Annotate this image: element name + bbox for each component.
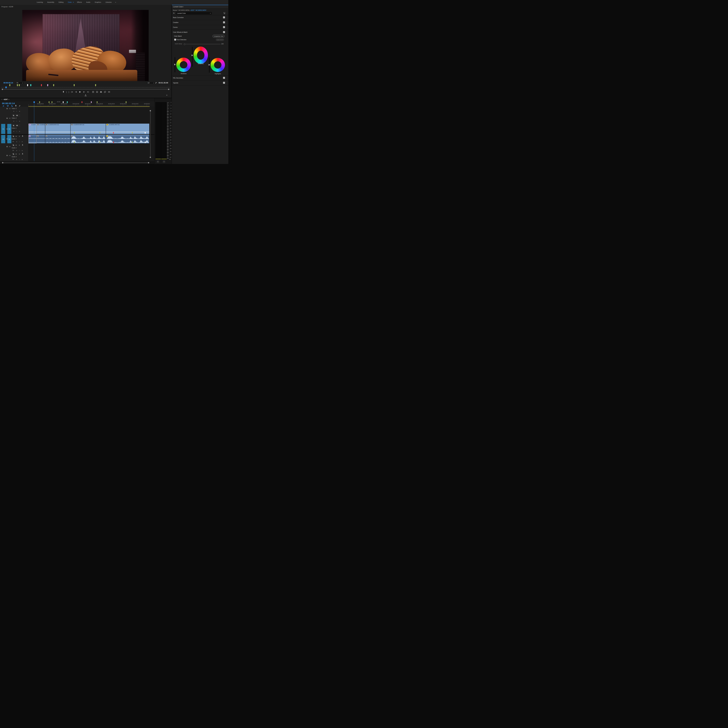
mute-button[interactable]: M (15, 136, 17, 137)
audio-clip[interactable]: fx (106, 135, 149, 144)
program-panel-menu-icon[interactable]: ≡ (12, 6, 13, 8)
basic-correction-checkbox[interactable]: ✓ (223, 17, 225, 18)
section-color-wheels-match[interactable]: Color Wheels & Match (173, 31, 187, 33)
sync-lock-icon[interactable] (12, 115, 15, 116)
monitor-mini-ruler[interactable] (2, 87, 170, 88)
timeline-current-timecode[interactable]: 00:00:02:14 (2, 102, 15, 104)
master-clip-label[interactable]: Master * AC160013.MOV (173, 9, 189, 11)
fx-badge[interactable]: fx (106, 124, 108, 125)
fx-badge[interactable]: fx (46, 124, 47, 125)
lift-icon[interactable] (92, 91, 94, 93)
timeline-add-marker-icon[interactable] (15, 105, 17, 107)
track-target-a3[interactable]: A3 (9, 155, 11, 156)
sequence-marker[interactable] (47, 84, 48, 87)
add-marker-icon[interactable] (62, 91, 64, 93)
close-icon[interactable]: × (2, 99, 2, 100)
audio-clip[interactable]: fx (45, 135, 70, 144)
prev-keyframe-icon[interactable]: ◀ (13, 121, 14, 122)
v-scroll-top-handle[interactable] (150, 110, 151, 112)
track-name[interactable]: Audio 2 (12, 147, 17, 149)
fx-badge[interactable]: fx (37, 124, 39, 125)
prev-keyframe-icon[interactable]: ◀ (13, 110, 14, 112)
h-scroll-left-handle[interactable] (2, 162, 3, 164)
step-forward-icon[interactable] (83, 91, 85, 93)
voiceover-mic-icon[interactable] (21, 135, 24, 137)
fx-badge[interactable]: fx (29, 135, 31, 137)
face-detection-label[interactable]: Face Detection (177, 39, 187, 40)
monitor-settings-wrench-icon[interactable] (155, 82, 157, 84)
next-keyframe-icon[interactable]: ▶ (19, 110, 20, 112)
keyframe-type-icon[interactable]: O▾ (12, 141, 14, 142)
video-clip[interactable]: fxAC160040.MOV [V] (70, 124, 106, 134)
lock-icon[interactable] (6, 108, 8, 110)
tab-effects[interactable]: Effects (77, 1, 82, 3)
add-keyframe-icon[interactable]: ◇ (19, 141, 20, 142)
midtones-color-wheel[interactable] (194, 47, 208, 64)
next-keyframe-icon[interactable]: ▶ (22, 150, 23, 151)
sequence-marker[interactable] (19, 84, 20, 87)
mark-in-icon[interactable]: { (66, 91, 67, 93)
sync-lock-icon[interactable] (12, 144, 14, 146)
audio-clip[interactable]: fx (29, 135, 37, 144)
voiceover-mic-icon[interactable] (21, 153, 24, 155)
section-basic-correction[interactable]: Basic Correction (173, 17, 184, 18)
v-scroll-bottom-handle[interactable] (150, 157, 151, 158)
track-name[interactable]: Video 3 (12, 108, 17, 109)
solo-button[interactable]: S (18, 153, 20, 155)
sequence-marker[interactable] (74, 84, 75, 87)
effect-select[interactable]: Lumetri Color ∨ (176, 12, 212, 15)
audio-clip[interactable]: fx (70, 135, 106, 144)
video-clip[interactable]: fxAC160010 (37, 124, 45, 134)
lock-icon[interactable] (6, 154, 8, 156)
reset-effect-icon[interactable] (223, 12, 226, 14)
audio-clip[interactable]: fx (37, 135, 45, 144)
timeline-panel-menu-icon[interactable]: ≡ (8, 99, 9, 100)
track-target-a1[interactable]: A1 (7, 135, 11, 143)
color-wheels-checkbox[interactable]: ✓ (223, 31, 225, 33)
hdr-white-value[interactable]: 100 (221, 43, 224, 45)
sequence-tab[interactable]: +EDIT (3, 99, 8, 100)
sequence-marker[interactable] (17, 84, 18, 87)
playback-resolution-select[interactable]: 1/2 ∨ (147, 82, 155, 84)
add-keyframe-icon[interactable]: ◇ (19, 159, 20, 160)
tab-learning[interactable]: Learning (37, 1, 43, 3)
hdr-white-slider-knob[interactable] (184, 43, 185, 45)
creative-checkbox[interactable]: ✓ (223, 21, 225, 23)
prev-keyframe-icon[interactable]: ◀ (16, 141, 17, 142)
timeline-horizontal-scrollbar[interactable] (2, 162, 148, 163)
add-keyframe-icon[interactable]: ◇ (16, 130, 17, 132)
video-clip[interactable]: fxAC160035.MOV [V] (45, 124, 70, 134)
source-patch-a1[interactable]: A1 (1, 135, 5, 143)
mark-out-icon[interactable]: } (69, 91, 69, 93)
add-keyframe-icon[interactable]: ◇ (19, 150, 20, 151)
vignette-checkbox[interactable]: ✓ (223, 82, 225, 84)
track-target-a2[interactable]: A2 (9, 146, 11, 147)
tab-graphics[interactable]: Graphics (95, 1, 101, 3)
source-patch-v1[interactable]: V1 (1, 124, 5, 134)
workspace-overflow-icon[interactable]: » (115, 1, 116, 3)
apply-match-button[interactable]: Apply Match (216, 38, 224, 41)
sync-lock-icon[interactable] (12, 124, 15, 127)
hsl-secondary-checkbox[interactable]: ✓ (223, 77, 225, 79)
tab-audio[interactable]: Audio (86, 1, 90, 3)
tab-libraries[interactable]: Libraries (106, 1, 112, 3)
midtones-luma-slider[interactable] (192, 47, 193, 67)
fx-badge[interactable]: fx (71, 124, 73, 125)
curves-checkbox[interactable]: ✓ (223, 26, 225, 28)
section-creative[interactable]: Creative (173, 22, 178, 23)
h-scroll-right-handle[interactable] (148, 162, 149, 164)
step-back-icon[interactable] (75, 91, 77, 93)
track-name[interactable]: Audio 3 (12, 156, 17, 158)
sequence-marker[interactable] (53, 84, 54, 87)
timeline-settings-wrench-icon[interactable] (18, 105, 21, 107)
add-keyframe-icon[interactable]: ◇ (16, 120, 17, 122)
video-clip[interactable]: fxAC160001.MOV [V] (106, 124, 149, 134)
comparison-view-button[interactable]: Comparison View (213, 35, 225, 38)
prev-keyframe-icon[interactable]: ◀ (13, 131, 14, 132)
tab-editing[interactable]: Editing (59, 1, 64, 3)
next-keyframe-icon[interactable]: ▶ (19, 121, 20, 122)
track-name[interactable]: Audio 1 (12, 138, 17, 140)
solo-right-button[interactable]: S (163, 161, 165, 163)
next-keyframe-icon[interactable]: ▶ (19, 131, 20, 132)
lock-icon[interactable] (6, 145, 8, 147)
